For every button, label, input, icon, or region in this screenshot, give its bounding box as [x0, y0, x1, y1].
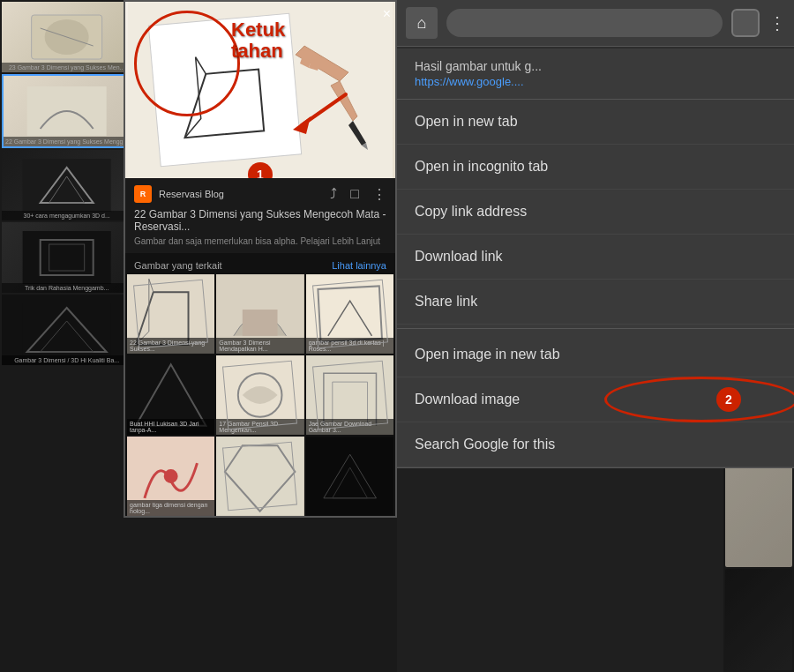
- svg-rect-31: [127, 274, 214, 353]
- thumb-label: Trik dan Rahasia Menggamb...: [2, 283, 131, 293]
- grid-cell[interactable]: 23 Gambar 3 Dimensi yang Sukses Men...: [2, 2, 131, 72]
- grid-cell-selected[interactable]: 22 Gambar 3 Dimensi yang Sukses Mengg...: [2, 74, 131, 148]
- context-menu-page-title: Hasil gambar untuk g...: [415, 59, 776, 73]
- related-label: 22 Gambar 3 Dimensi yang Sukses...: [127, 338, 214, 354]
- svg-point-41: [164, 469, 178, 483]
- related-label: 17 Gambar Pensil 3D Mengerikan...: [216, 419, 303, 435]
- annotation-number-2: 2: [716, 387, 741, 412]
- menu-item-open-incognito[interactable]: Open in incognito tab: [397, 145, 794, 190]
- related-images-grid: 22 Gambar 3 Dimensi yang Sukses... Gamba…: [125, 274, 395, 516]
- red-arrow: [284, 90, 355, 134]
- svg-rect-34: [306, 274, 393, 353]
- annotation-circle: [134, 11, 240, 116]
- save-icon[interactable]: □: [350, 186, 359, 203]
- source-name: Reservasi Blog: [159, 189, 224, 199]
- related-label: gambar tiga dimensi dengan holog...: [127, 500, 214, 516]
- related-image[interactable]: gambar pensil 3d di kertas | Roses...: [306, 274, 393, 354]
- lihat-lainnya-link[interactable]: Lihat lainnya: [332, 260, 386, 271]
- thumb-label: 23 Gambar 3 Dimensi yang Sukses Men...: [2, 63, 131, 72]
- menu-item-download-image[interactable]: Download image 2: [397, 377, 794, 422]
- address-bar[interactable]: [446, 9, 723, 37]
- menu-item-open-image-new-tab[interactable]: Open image in new tab: [397, 332, 794, 377]
- featured-area: ×: [124, 0, 397, 518]
- thumb-label: 22 Gambar 3 Dimensi yang Sukses Mengg...: [4, 137, 130, 146]
- related-image[interactable]: Buat HHI Lukisan 3D Jari tanpa-A...: [127, 355, 214, 435]
- svg-rect-35: [318, 286, 382, 341]
- source-info: R Reservasi Blog ⤴ □ ⋮ 22 Gambar 3 Dimen…: [125, 178, 395, 253]
- svg-rect-42: [216, 437, 303, 515]
- svg-rect-21: [23, 303, 111, 356]
- menu-item-download-link[interactable]: Download link: [397, 235, 794, 280]
- thumb-label: Gambar 3 Dimensi / 3D Hi Kualiti Ba...: [2, 355, 131, 365]
- related-image[interactable]: Jae Gambar Download Gambar 3...: [306, 355, 393, 435]
- grid-cell[interactable]: 30+ cara mengagumkan 3D d...: [2, 150, 131, 220]
- more-icon[interactable]: ⋮: [372, 186, 386, 203]
- related-label: Jae Gambar Download Gambar 3...: [306, 419, 393, 435]
- menu-item-copy-link[interactable]: Copy link address: [397, 190, 794, 235]
- share-icon[interactable]: ⤴: [330, 186, 337, 203]
- source-actions: ⤴ □ ⋮: [330, 186, 386, 203]
- thumb-label: 30+ cara mengagumkan 3D d...: [2, 211, 131, 220]
- menu-button[interactable]: ⋮: [768, 12, 785, 34]
- svg-rect-37: [216, 355, 303, 434]
- related-image[interactable]: 17 Gambar Pensil 3D Mengerikan...: [216, 355, 303, 435]
- svg-rect-33: [243, 310, 278, 336]
- related-image[interactable]: [216, 437, 303, 516]
- svg-marker-30: [293, 116, 311, 134]
- featured-close-button[interactable]: ×: [383, 6, 391, 22]
- related-image[interactable]: [306, 437, 393, 516]
- related-label: Gambar 3 Dimensi Mendapatkan H...: [216, 338, 303, 354]
- related-image[interactable]: gambar tiga dimensi dengan holog...: [127, 437, 214, 516]
- grid-cell[interactable]: Trik dan Rahasia Menggamb...: [2, 222, 131, 293]
- related-image[interactable]: Gambar 3 Dimensi Mendapatkan H...: [216, 274, 303, 354]
- left-panel: 23 Gambar 3 Dimensi yang Sukses Men... B…: [0, 0, 397, 672]
- menu-divider: [397, 328, 794, 329]
- context-menu-overlay: Hasil gambar untuk g... https://www.goog…: [397, 49, 794, 672]
- ketuk-tahan-label: Ketuktahan: [231, 19, 285, 62]
- related-label: gambar pensil 3d di kertas | Roses...: [306, 338, 393, 354]
- image-title: 22 Gambar 3 Dimensi yang Sukses Mengecoh…: [134, 208, 386, 233]
- tab-switcher[interactable]: [731, 9, 760, 37]
- grid-cell[interactable]: Gambar 3 Dimensi / 3D Hi Kualiti Ba...: [2, 295, 131, 365]
- context-menu-page-url: https://www.google....: [415, 75, 776, 88]
- home-button[interactable]: ⌂: [406, 7, 438, 39]
- related-image[interactable]: 22 Gambar 3 Dimensi yang Sukses...: [127, 274, 214, 354]
- right-panel: ⌂ ⋮ Hasil gambar untuk g... https://www.…: [397, 0, 794, 672]
- image-subtitle: Gambar dan saja memerlukan bisa alpha. P…: [134, 236, 386, 246]
- related-label: Buat HHI Lukisan 3D Jari tanpa-A...: [127, 419, 214, 435]
- related-label-row: Gambar yang terkait Lihat lainnya: [125, 253, 395, 274]
- menu-item-open-new-tab[interactable]: Open in new tab: [397, 100, 794, 145]
- menu-item-share-link[interactable]: Share link: [397, 280, 794, 325]
- svg-rect-43: [306, 437, 393, 515]
- annotation-oval: [604, 377, 794, 422]
- svg-point-38: [238, 373, 282, 417]
- download-image-label: Download image: [415, 392, 520, 407]
- source-favicon: R: [134, 185, 152, 203]
- context-menu-header: Hasil gambar untuk g... https://www.goog…: [397, 49, 794, 100]
- svg-rect-39: [306, 355, 393, 434]
- browser-chrome: ⌂ ⋮: [397, 0, 794, 47]
- menu-item-search-google[interactable]: Search Google for this: [397, 422, 794, 467]
- featured-image: Ketuktahan 1: [125, 2, 395, 178]
- related-label-text: Gambar yang terkait: [134, 260, 222, 271]
- context-menu: Hasil gambar untuk g... https://www.goog…: [397, 49, 794, 468]
